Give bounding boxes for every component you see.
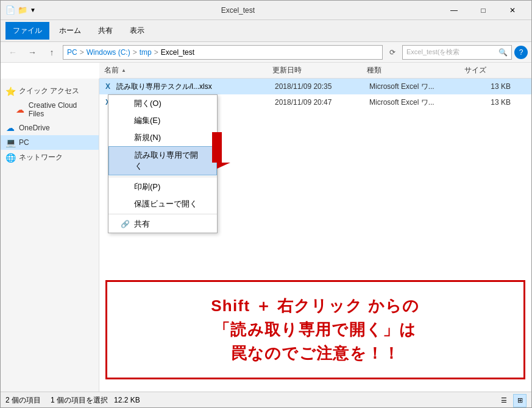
refresh-button[interactable]: ⟳	[385, 45, 400, 60]
item-count: 2 個の項目	[5, 395, 41, 406]
ctx-edit-label: 編集(E)	[134, 115, 160, 126]
table-row[interactable]: X 読み取り専用テスクル/l...xlsx 2018/11/09 20:35 M…	[99, 79, 531, 94]
window-title: Excel_test	[40, 6, 436, 15]
annotation-line3: 罠なのでご注意を！！	[122, 342, 509, 365]
excel-icon: X	[102, 82, 114, 91]
col-type-header[interactable]: 種類	[367, 65, 464, 76]
ctx-share-label: 共有	[134, 219, 150, 230]
col-size-header[interactable]: サイズ	[464, 65, 513, 76]
status-info: 2 個の項目 1 個の項目を選択 12.2 KB	[5, 395, 140, 406]
breadcrumb-current: Excel_test	[161, 48, 194, 57]
selected-count: 1 個の項目を選択 12.2 KB	[51, 395, 140, 406]
file-date: 2018/11/09 20:47	[275, 98, 369, 107]
back-button[interactable]: ←	[4, 44, 21, 61]
ctx-open-label: 開く(O)	[134, 98, 161, 109]
minimize-button[interactable]: —	[440, 1, 468, 20]
help-button[interactable]: ?	[514, 46, 528, 59]
ctx-new-label: 新規(N)	[134, 132, 161, 143]
sidebar-label-pc: PC	[19, 138, 29, 147]
file-type: Microsoft Excel ワ...	[369, 82, 467, 92]
file-name: 読み取り専用テスクル/l...xlsx	[116, 82, 275, 92]
svg-marker-0	[212, 132, 230, 169]
file-date: 2018/11/09 20:35	[275, 82, 369, 91]
sidebar-label-onedrive: OneDrive	[19, 124, 50, 132]
sidebar-label-quick-access: クイック アクセス	[19, 86, 79, 96]
file-list: X 読み取り専用テスクル/l...xlsx 2018/11/09 20:35 M…	[99, 79, 531, 392]
up-button[interactable]: ↑	[43, 44, 60, 61]
sidebar-label-creative-cloud: Creative Cloud Files	[29, 101, 94, 118]
close-button[interactable]: ✕	[498, 1, 527, 20]
pointer-arrow	[212, 132, 261, 169]
sidebar-label-network: ネットワーク	[19, 152, 63, 163]
tab-file[interactable]: ファイル	[5, 22, 49, 40]
file-size: 13 KB	[467, 82, 516, 91]
ctx-separator	[108, 177, 217, 177]
ctx-readonly-label: 読み取り専用で開く	[135, 150, 204, 172]
window-controls: — □ ✕	[440, 1, 527, 20]
ctx-new[interactable]: 新規(N)	[108, 129, 217, 146]
creative-cloud-icon: ☁	[15, 105, 25, 114]
col-date-header[interactable]: 更新日時	[272, 65, 367, 76]
ctx-print[interactable]: 印刷(P)	[108, 178, 217, 195]
titlebar-file-icons: 📄 📁 ▼	[5, 5, 36, 15]
annotation-line1: Shift ＋ 右クリック からの	[122, 294, 509, 318]
maximize-button[interactable]: □	[469, 1, 497, 20]
pc-icon: 💻	[5, 138, 15, 147]
file-type: Microsoft Excel ワ...	[369, 97, 467, 108]
search-placeholder: Excel_test(を検索	[406, 47, 459, 57]
forward-button[interactable]: →	[24, 44, 41, 61]
sidebar-item-onedrive[interactable]: ☁ OneDrive	[1, 121, 99, 135]
file-icon: 📄	[5, 5, 15, 15]
annotation-box: Shift ＋ 右クリック からの 「読み取り専用で開く」は 罠なのでご注意を！…	[105, 280, 525, 379]
breadcrumb-tmp: tmp	[140, 48, 152, 57]
ctx-protected-label: 保護ビューで開く	[134, 199, 197, 209]
ribbon: ファイル ホーム 共有 表示	[1, 20, 531, 42]
star-icon: ⭐	[5, 86, 15, 96]
statusbar: 2 個の項目 1 個の項目を選択 12.2 KB ☰ ⊞	[1, 392, 531, 408]
details-view-button[interactable]: ☰	[497, 394, 511, 407]
onedrive-icon: ☁	[5, 123, 15, 133]
file-size: 13 KB	[467, 98, 516, 107]
ctx-share[interactable]: 🔗 共有	[108, 216, 217, 233]
breadcrumb-windows: Windows (C:)	[87, 48, 130, 57]
ctx-open[interactable]: 開く(O)	[108, 95, 217, 112]
search-icon: 🔍	[498, 48, 508, 57]
col-name-header[interactable]: 名前 ▲	[102, 65, 272, 76]
share-icon: 🔗	[121, 220, 130, 228]
folder-icon: 📁	[18, 5, 27, 15]
sidebar-item-pc[interactable]: 💻 PC	[1, 135, 99, 150]
tab-share[interactable]: 共有	[91, 22, 120, 40]
main-area: ⭐ クイック アクセス ☁ Creative Cloud Files ☁ One…	[1, 79, 531, 392]
tab-home[interactable]: ホーム	[52, 22, 88, 40]
ctx-edit[interactable]: 編集(E)	[108, 112, 217, 129]
ctx-print-label: 印刷(P)	[134, 181, 160, 192]
dropdown-icon[interactable]: ▼	[30, 7, 36, 13]
context-menu: 開く(O) 編集(E) 新規(N) 読み取り専用で開く 印刷(P) 保護ビュ	[108, 94, 218, 233]
column-headers: 名前 ▲ 更新日時 種類 サイズ	[99, 63, 531, 79]
titlebar: 📄 📁 ▼ Excel_test — □ ✕	[1, 1, 531, 20]
annotation-line2: 「読み取り専用で開く」は	[122, 318, 509, 342]
sidebar-item-quick-access[interactable]: ⭐ クイック アクセス	[1, 83, 99, 99]
navbar: ← → ↑ PC > Windows (C:) > tmp > Excel_te…	[1, 42, 531, 63]
sort-arrow-icon: ▲	[121, 68, 126, 73]
view-controls: ☰ ⊞	[497, 394, 527, 407]
ctx-protected-view[interactable]: 保護ビューで開く	[108, 195, 217, 213]
annotation-text: Shift ＋ 右クリック からの 「読み取り専用で開く」は 罠なのでご注意を！…	[122, 294, 509, 365]
search-bar[interactable]: Excel_test(を検索 🔍	[402, 45, 512, 60]
ctx-open-readonly[interactable]: 読み取り専用で開く	[108, 146, 217, 175]
ctx-separator2	[108, 214, 217, 214]
list-view-button[interactable]: ⊞	[513, 394, 527, 407]
tab-view[interactable]: 表示	[122, 22, 152, 40]
sidebar-item-network[interactable]: 🌐 ネットワーク	[1, 150, 99, 165]
sidebar-item-creative-cloud[interactable]: ☁ Creative Cloud Files	[1, 99, 99, 121]
sidebar: ⭐ クイック アクセス ☁ Creative Cloud Files ☁ One…	[1, 79, 99, 392]
breadcrumb-pc: PC	[67, 48, 77, 57]
network-icon: 🌐	[5, 153, 15, 163]
address-bar[interactable]: PC > Windows (C:) > tmp > Excel_test	[63, 45, 383, 60]
